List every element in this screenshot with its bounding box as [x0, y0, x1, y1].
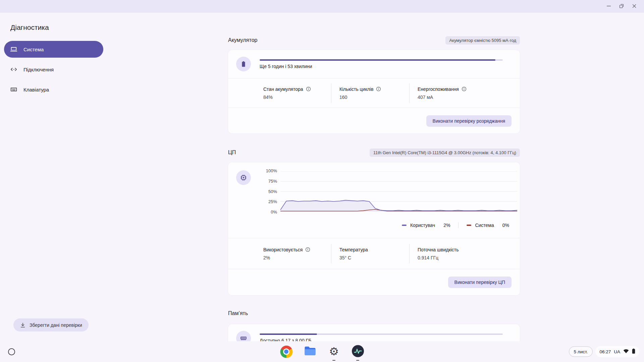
cpu-stats-row: Використовується 2% Температура 35° C По…	[228, 238, 520, 269]
save-session-log-button[interactable]: Зберегти дані перевірки	[13, 318, 89, 331]
info-icon[interactable]	[306, 86, 311, 92]
cpu-usage-stat: Використовується 2%	[260, 247, 331, 260]
keyboard-icon	[10, 86, 17, 93]
status-area: 5 лист. 06:27 UA	[569, 346, 639, 357]
restore-button[interactable]	[615, 0, 628, 13]
minimize-icon	[606, 4, 611, 9]
sidebar-item-system[interactable]: Система	[4, 41, 103, 58]
legend-value: 2%	[443, 223, 450, 228]
cpu-card: 100%75%50%25%0% Користувач 2% Система 0%…	[228, 162, 520, 295]
launcher-icon	[8, 348, 15, 355]
shelf: ⚙ 5 лист. 06:27 UA	[0, 341, 644, 362]
stat-value: 160	[339, 95, 409, 100]
stat-value: 407 мА	[418, 95, 520, 100]
stat-value: 0.914 ГГц	[418, 255, 520, 260]
stat-label: Використовується	[263, 247, 303, 252]
legend-label: Користувач	[410, 223, 435, 228]
cpu-temperature-stat: Температура 35° C	[331, 247, 409, 260]
battery-status-icon	[632, 349, 635, 355]
battery-charge-row: Ще 5 годин і 53 хвилини	[228, 50, 520, 78]
gear-icon: ⚙	[329, 345, 339, 358]
cpu-chart-area: 100%75%50%25%0%	[228, 162, 520, 213]
stat-value: 35° C	[339, 255, 409, 260]
memory-progress-bar	[260, 334, 503, 335]
battery-section-header: Акумулятор Акумулятор ємністю 5095 мА·го…	[228, 35, 520, 45]
run-discharge-test-button[interactable]: Виконати перевірку розряджання	[426, 115, 512, 127]
stat-label: Кількість циклів	[339, 86, 373, 92]
battery-time-remaining: Ще 5 годин і 53 хвилини	[260, 64, 503, 69]
cpu-chart-y-axis: 100%75%50%25%0%	[228, 168, 277, 215]
laptop-icon	[10, 46, 17, 53]
legend-swatch-user	[402, 225, 407, 226]
shelf-apps: ⚙	[280, 345, 364, 358]
legend-system: Система 0%	[467, 223, 509, 228]
cpu-usage-chart	[280, 171, 517, 212]
chrome-app-button[interactable]	[280, 345, 293, 358]
cpu-speed-stat: Поточна швидкість 0.914 ГГц	[410, 247, 520, 260]
legend-user: Користувач 2%	[402, 223, 450, 228]
legend-label: Система	[475, 223, 494, 228]
cpu-section-header: ЦП 11th Gen Intel(R) Core(TM) i3-1115G4 …	[228, 147, 520, 158]
clock: 06:27	[599, 349, 611, 354]
system-tray[interactable]: 06:27 UA	[595, 346, 639, 357]
launcher-button[interactable]	[5, 346, 17, 358]
sidebar-item-label: Система	[23, 47, 44, 52]
window-titlebar	[0, 0, 644, 13]
close-icon	[632, 4, 637, 9]
battery-progress-fill	[260, 59, 495, 61]
sidebar-item-connectivity[interactable]: Підключення	[4, 61, 103, 78]
files-app-button[interactable]	[304, 345, 317, 358]
stat-label: Стан акумулятора	[263, 86, 303, 92]
cpu-model-badge: 11th Gen Intel(R) Core(TM) i3-1115G4 @ 3…	[370, 148, 520, 157]
close-button[interactable]	[628, 0, 641, 13]
battery-capacity-badge: Акумулятор ємністю 5095 мА·год	[445, 36, 520, 45]
stat-value: 84%	[263, 95, 331, 100]
restore-icon	[619, 4, 624, 9]
memory-section-title: Пам’ять	[228, 310, 248, 316]
sidebar-item-keyboard[interactable]: Клавіатура	[4, 81, 103, 98]
files-folder-icon	[304, 346, 316, 357]
battery-cycle-count-stat: Кількість циклів 160	[331, 86, 409, 100]
stat-value: 2%	[263, 255, 331, 260]
wifi-icon	[623, 349, 629, 355]
battery-stats-row: Стан акумулятора 84% Кількість циклів 16…	[228, 78, 520, 108]
battery-icon	[236, 57, 251, 71]
memory-section-header: Пам’ять	[228, 308, 520, 318]
minimize-button[interactable]	[602, 0, 615, 13]
stat-label: Температура	[339, 247, 368, 252]
legend-swatch-system	[467, 225, 471, 226]
info-icon[interactable]	[376, 86, 381, 92]
info-icon[interactable]	[462, 86, 467, 92]
stat-label: Поточна швидкість	[418, 247, 459, 252]
sidebar-item-label: Підключення	[23, 67, 54, 72]
settings-app-button[interactable]: ⚙	[328, 345, 340, 358]
memory-progress-fill	[260, 334, 317, 335]
cpu-chart-legend: Користувач 2% Система 0%	[228, 213, 520, 238]
sidebar-nav: Система Підключення Клавіатура	[4, 41, 103, 98]
save-button-label: Зберегти дані перевірки	[30, 322, 82, 328]
chrome-icon	[280, 346, 292, 358]
connectivity-icon	[10, 66, 17, 73]
keyboard-layout-indicator: UA	[614, 349, 620, 354]
vertical-divider	[458, 222, 459, 228]
battery-section-title: Акумулятор	[228, 37, 257, 43]
stat-label: Енергоспоживання	[418, 86, 459, 92]
download-icon	[20, 322, 26, 328]
run-cpu-test-button[interactable]: Виконати перевірку ЦП	[448, 277, 512, 288]
legend-value: 0%	[502, 223, 509, 228]
diagnostics-chart-icon	[352, 345, 364, 359]
info-icon[interactable]	[305, 247, 310, 252]
calendar-date-button[interactable]: 5 лист.	[569, 347, 593, 357]
battery-card: Ще 5 годин і 53 хвилини Стан акумулятора…	[228, 50, 520, 133]
cpu-section-title: ЦП	[228, 149, 236, 156]
diagnostics-app-button[interactable]	[352, 345, 364, 358]
page-title: Діагностика	[10, 23, 49, 32]
battery-current-stat: Енергоспоживання 407 мА	[410, 86, 520, 100]
battery-health-stat: Стан акумулятора 84%	[260, 86, 331, 100]
sidebar-item-label: Клавіатура	[23, 87, 49, 93]
battery-progress-bar	[260, 59, 503, 61]
